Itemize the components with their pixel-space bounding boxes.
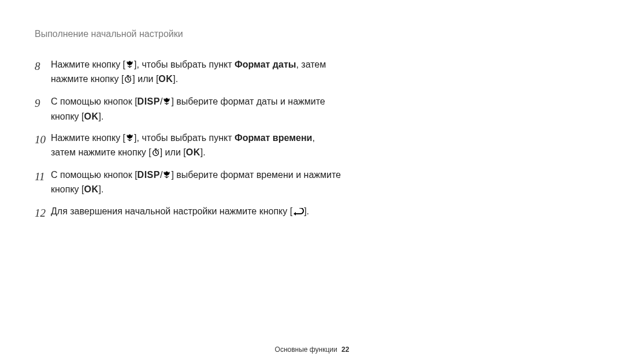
bold-term: Формат времени [235,133,312,143]
step-text: Нажмите кнопку [], чтобы выбрать пункт Ф… [51,58,341,87]
instruction-step: 11С помощью кнопок [DISP/] выберите форм… [35,168,341,196]
instruction-step: 12Для завершения начальной настройки наж… [35,205,341,221]
ok-label: OK [186,147,200,157]
instruction-step: 8Нажмите кнопку [], чтобы выбрать пункт … [35,58,341,87]
ok-label: OK [84,112,98,121]
step-text: Для завершения начальной настройки нажми… [51,205,309,220]
step-text: С помощью кнопок [DISP/] выберите формат… [51,95,341,122]
step-text: Нажмите кнопку [], чтобы выбрать пункт Ф… [51,131,341,160]
step-number: 11 [35,168,51,185]
ok-label: OK [84,184,98,194]
macro-icon [162,96,171,109]
instruction-step: 9С помощью кнопок [DISP/] выберите форма… [35,95,341,122]
ok-label: OK [158,74,173,84]
document-page: Выполнение начальной настройки 8Нажмите … [0,0,624,364]
step-number: 10 [35,131,51,148]
disp-label: DISP [138,170,160,180]
footer-section-label: Основные функции [275,346,337,354]
timer-icon [124,73,132,87]
step-number: 8 [35,58,51,75]
bold-term: Формат даты [235,60,296,69]
steps-list: 8Нажмите кнопку [], чтобы выбрать пункт … [35,58,341,221]
step-number: 9 [35,95,51,112]
disp-label: DISP [138,96,160,106]
instruction-step: 10Нажмите кнопку [], чтобы выбрать пункт… [35,131,341,160]
step-number: 12 [35,205,51,221]
footer-page-number: 22 [341,346,349,354]
page-footer: Основные функции 22 [0,346,624,354]
macro-icon [162,169,171,183]
macro-icon [125,132,134,146]
timer-icon [151,147,160,160]
macro-icon [125,59,134,72]
step-text: С помощью кнопок [DISP/] выберите формат… [51,168,341,196]
page-header-title: Выполнение начальной настройки [35,29,589,39]
back-icon [292,206,304,220]
